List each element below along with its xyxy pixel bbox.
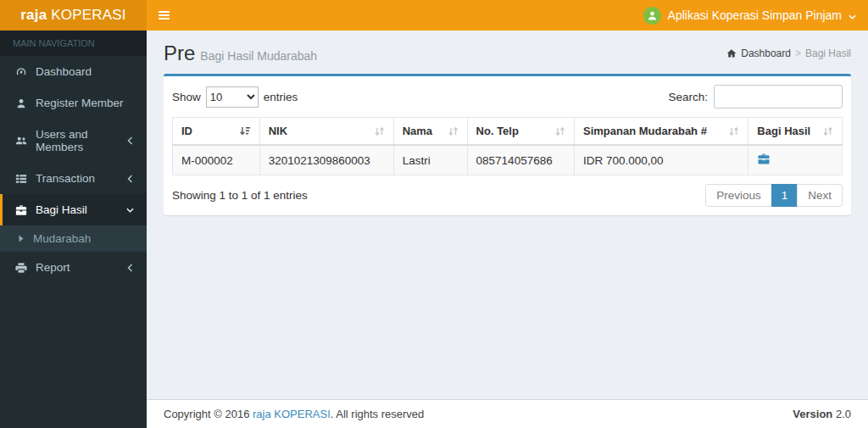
sort-both-icon [822,126,833,136]
column-header-simpanan[interactable]: Simpanan Mudarabah # [574,118,748,146]
sidebar-item-label: Dashboard [36,65,92,78]
chevron-down-icon [126,206,134,214]
copyright-prefix: Copyright © 2016 [164,408,253,420]
page-length-select[interactable]: 10 [206,86,259,108]
chevron-down-icon [849,8,856,22]
datatable-controls: Show 10 entries Search: [172,85,843,108]
copyright-text: Copyright © 2016 raja KOPERASI. All righ… [164,408,424,420]
sort-asc-icon [239,126,251,136]
home-icon [726,48,737,58]
show-label: Show [172,91,201,103]
page-length-control: Show 10 entries [172,86,298,108]
top-navbar: raja KOPERASI Aplikasi Koperasi Simpan P… [0,0,868,31]
briefcase-icon [757,153,771,165]
search-control: Search: [668,85,843,108]
datatable-footer: Showing 1 to 1 of 1 entries Previous 1 N… [172,184,843,207]
page-heading: PreBagi Hasil Mudarabah [164,42,317,65]
cell-telp: 085714057686 [467,145,574,175]
column-header-nik[interactable]: NIK [259,118,393,146]
bagi-hasil-action-button[interactable] [757,153,771,165]
search-input[interactable] [714,85,843,108]
brand-logo[interactable]: raja KOPERASI [0,0,147,31]
brand-footer-link[interactable]: raja KOPERASI [253,408,331,420]
sidebar-section-header: MAIN NAVIGATION [0,31,147,56]
user-menu[interactable]: Aplikasi Koperasi Simpan Pinjam [632,0,868,31]
briefcase-icon [15,204,28,216]
sort-both-icon [728,126,739,136]
sidebar: MAIN NAVIGATION Dashboard Register Membe… [0,31,147,428]
breadcrumb-dashboard[interactable]: Dashboard [741,47,791,59]
sort-both-icon [374,126,385,136]
printer-icon [15,262,28,274]
page-1-button[interactable]: 1 [771,184,798,207]
search-label: Search: [668,91,708,103]
sidebar-item-label: Users and Members [36,128,126,153]
breadcrumb-separator: > [795,47,801,59]
pagination: Previous 1 Next [705,184,843,207]
column-header-id[interactable]: ID [173,118,260,146]
column-header-telp[interactable]: No. Telp [467,118,574,146]
column-header-bagi-hasil[interactable]: Bagi Hasil [748,118,843,146]
brand-logo-rest: KOPERASI [47,7,125,23]
sidebar-item-label: Report [36,261,70,274]
sort-both-icon [448,126,459,136]
chevron-left-icon [126,175,134,183]
breadcrumb-current: Bagi Hasil [805,47,851,59]
content-header: PreBagi Hasil Mudarabah Dashboard > Bagi… [147,31,868,74]
cell-id: M-000002 [173,145,260,175]
next-page-button[interactable]: Next [797,184,843,207]
table-info: Showing 1 to 1 of 1 entries [172,189,308,202]
brand-logo-bold: raja [20,7,47,23]
users-icon [15,135,28,147]
page-subtitle: Bagi Hasil Mudarabah [200,49,317,63]
sidebar-item-report[interactable]: Report [0,252,147,283]
main-area: PreBagi Hasil Mudarabah Dashboard > Bagi… [147,31,868,428]
user-avatar [643,7,661,25]
user-icon [15,97,28,109]
copyright-suffix: . All rights reserved [331,408,425,420]
page-footer: Copyright © 2016 raja KOPERASI. All righ… [147,399,868,428]
user-icon [647,10,658,21]
sidebar-item-label: Bagi Hasil [36,203,87,216]
user-menu-label: Aplikasi Koperasi Simpan Pinjam [668,8,842,22]
app-window: raja KOPERASI Aplikasi Koperasi Simpan P… [0,0,868,428]
list-icon [15,173,28,185]
chevron-left-icon [126,264,134,272]
dashboard-icon [15,66,28,78]
caret-right-icon [19,235,24,242]
chevron-left-icon [126,136,134,145]
sidebar-item-label: Transaction [36,172,95,185]
entries-label: entries [264,91,298,103]
sidebar-item-register-member[interactable]: Register Member [0,87,147,119]
sidebar-item-transaction[interactable]: Transaction [0,163,147,194]
sidebar-item-bagi-hasil[interactable]: Bagi Hasil [0,194,147,225]
cell-nama: Lastri [393,145,467,175]
content: PreBagi Hasil Mudarabah Dashboard > Bagi… [147,31,868,399]
sidebar-item-users-and-members[interactable]: Users and Members [0,119,147,163]
cell-simpanan: IDR 700.000,00 [574,145,748,175]
table-header-row: ID NIK Nama No. Telp Simpanan Mudarabah … [173,118,843,146]
cell-action [748,145,843,175]
sidebar-item-label: Register Member [36,97,124,109]
column-header-nama[interactable]: Nama [393,118,467,146]
data-table: ID NIK Nama No. Telp Simpanan Mudarabah … [172,117,843,175]
sidebar-subitem-mudarabah[interactable]: Mudarabah [0,225,147,252]
datatable-box: Show 10 entries Search: [164,74,851,215]
breadcrumb: Dashboard > Bagi Hasil [726,47,851,59]
sidebar-subitem-label: Mudarabah [33,232,91,245]
page-title: Pre [164,42,195,64]
table-row: M-000002 3201021309860003 Lastri 0857140… [173,145,843,175]
cell-nik: 3201021309860003 [259,145,393,175]
previous-page-button[interactable]: Previous [705,184,772,207]
version-value: 2.0 [836,408,851,420]
version-text: Version 2.0 [793,408,851,420]
sidebar-toggle-button[interactable] [147,0,181,31]
sort-both-icon [554,126,565,136]
sidebar-item-dashboard[interactable]: Dashboard [0,56,147,87]
version-label: Version [793,408,836,420]
